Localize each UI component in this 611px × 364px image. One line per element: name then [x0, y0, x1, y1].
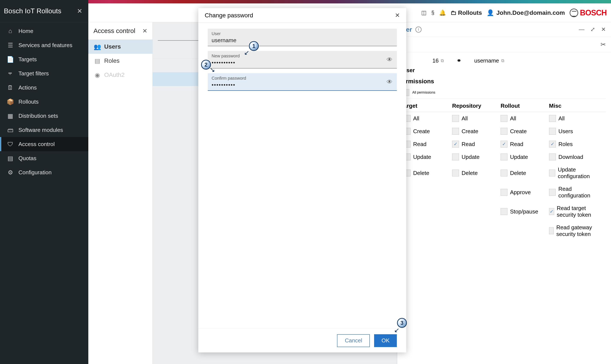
- callout-arrow-icon: ↘: [210, 66, 215, 73]
- cancel-button[interactable]: Cancel: [337, 334, 370, 347]
- user-field: User username: [208, 29, 397, 46]
- show-password-icon[interactable]: 👁: [387, 56, 392, 63]
- user-field-label: User: [212, 31, 393, 36]
- new-password-value: ••••••••••: [212, 59, 393, 66]
- callout-1: 1: [249, 41, 259, 51]
- change-password-modal: Change password ✕ User username New pass…: [198, 8, 406, 352]
- callout-2: 2: [201, 60, 211, 70]
- callout-3: 3: [397, 318, 407, 328]
- modal-overlay: Change password ✕ User username New pass…: [0, 0, 611, 364]
- callout-arrow-icon: ↙: [394, 326, 399, 334]
- user-field-value: username: [212, 37, 393, 44]
- new-password-label: New password: [212, 53, 393, 58]
- new-password-field[interactable]: New password •••••••••• 👁: [208, 51, 397, 68]
- confirm-password-label: Confirm password: [212, 76, 393, 81]
- confirm-password-field[interactable]: Confirm password •••••••••• 👁: [208, 73, 397, 91]
- modal-close-icon[interactable]: ✕: [395, 12, 400, 19]
- show-password-icon[interactable]: 👁: [387, 78, 392, 85]
- confirm-password-value: ••••••••••: [212, 82, 393, 88]
- ok-button[interactable]: OK: [374, 334, 397, 347]
- callout-arrow-icon: ↙: [244, 49, 249, 56]
- modal-title: Change password: [205, 12, 253, 19]
